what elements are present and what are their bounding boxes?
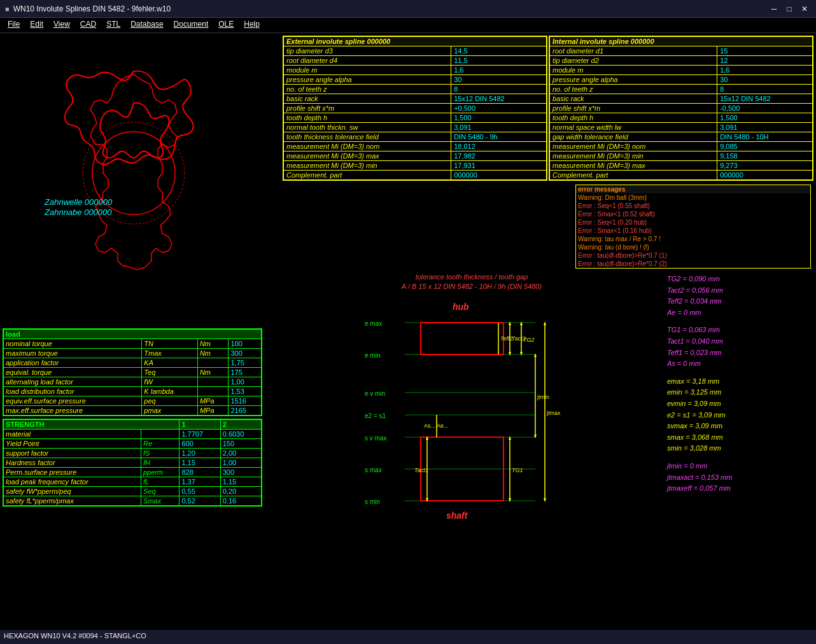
table-row: tip diameter d212: [550, 56, 813, 66]
table-row: measurement Mi (DM=3) min17,931: [284, 161, 547, 171]
error-row: Error : Seq<1 (0.55 shaft): [576, 202, 810, 210]
svg-text:TG2: TG2: [523, 337, 535, 343]
maximize-button[interactable]: □: [783, 4, 796, 14]
rv-group-4: jtmin = 0 mm jtmaxact = 0,153 mm jtmaxef…: [667, 461, 812, 494]
right-section: External involute spline 000000 tip diam…: [280, 33, 816, 630]
minimize-button[interactable]: ─: [768, 4, 780, 14]
row-sym: TN: [142, 339, 198, 349]
rv-line: Teff2 = 0,034 mm: [667, 296, 812, 307]
rv-line: Tact1 = 0,040 mm: [667, 336, 812, 347]
table-row: module m1,6: [284, 66, 547, 75]
svg-text:Teff2: Teff2: [500, 335, 513, 342]
load-distribution-factor-row: load distribution factor K lambda 1,53: [4, 387, 262, 396]
table-row: safety fL*pperm/pmax Smax 0,52 0,16: [4, 496, 262, 506]
titlebar-controls: ─ □ ✕: [768, 4, 811, 14]
table-row: normal tooth thickn. sw3,091: [284, 123, 547, 132]
table-row: measurement Mi (DM=3) min9,158: [550, 151, 813, 161]
rv-line: Teff1 = 0,023 mm: [667, 347, 812, 359]
error-row: Error : Seq<1 (0.20 hub): [576, 218, 810, 227]
svg-text:s v max: s v max: [365, 435, 386, 442]
external-spline-table: External involute spline 000000 tip diam…: [283, 36, 547, 181]
spline-tables: External involute spline 000000 tip diam…: [280, 33, 816, 183]
menubar-item-edit[interactable]: Edit: [26, 20, 47, 31]
svg-text:hub: hub: [453, 302, 469, 312]
app-icon: ■: [5, 5, 10, 13]
table-row: gap width tolerance fieldDIN 5480 - 10H: [550, 132, 813, 142]
svg-text:jtmax: jtmax: [546, 410, 561, 416]
chart-section: tolerance tooth thickness / tooth gap A …: [280, 270, 663, 630]
table-row: Complement. part000000: [550, 171, 813, 180]
error-messages-box: error messages Warning: Dm ball (3mm) Er…: [575, 185, 811, 269]
strength-header-row: STRENGTH 1 2: [4, 420, 262, 430]
menubar: FileEditViewCADSTLDatabaseDocumentOLEHel…: [0, 18, 816, 33]
table-row: nominal torque TN Nm 100: [4, 339, 262, 349]
row-label: nominal torque: [4, 339, 142, 349]
row-unit: Nm: [197, 339, 229, 349]
table-row: no. of teeth z8: [284, 85, 547, 94]
rv-line: jtmaxact = 0,153 mm: [667, 472, 812, 484]
svg-text:e v min: e v min: [365, 390, 385, 397]
close-button[interactable]: ✕: [798, 4, 811, 14]
menubar-item-stl[interactable]: STL: [102, 20, 124, 31]
svg-rect-0: [0, 33, 267, 313]
table-row: profile shift x*m+0,500: [284, 104, 547, 113]
table-row: normal space width lw3,091: [550, 123, 813, 132]
svg-text:Zahnwelle 000000: Zahnwelle 000000: [44, 197, 113, 207]
main-content: Zahnwelle 000000 Zahnnabe 000000 load no…: [0, 33, 816, 630]
statusbar-text: HEXAGON WN10 V4.2 #0094 - STANGL+CO: [4, 632, 146, 640]
table-row: pressure angle alpha30: [284, 75, 547, 85]
internal-spline-table: Internal involute spline 000000 root dia…: [549, 36, 813, 181]
rv-group-3: emax = 3,18 mm emin = 3,125 mm evmin = 3…: [667, 376, 812, 454]
table-row: no. of teeth z8: [550, 85, 813, 94]
rv-line: svmax = 3,09 mm: [667, 421, 812, 432]
table-row: pressure angle alpha30: [550, 75, 813, 85]
ext-header-row: External involute spline 000000: [284, 37, 547, 46]
int-header-row: Internal involute spline 000000: [550, 37, 813, 46]
rv-line: emin = 3,125 mm: [667, 387, 812, 398]
menubar-item-view[interactable]: View: [50, 20, 74, 31]
menubar-item-file[interactable]: File: [4, 20, 24, 31]
table-row: support factor fS 1,20 2,00: [4, 449, 262, 458]
menubar-item-ole[interactable]: OLE: [215, 20, 237, 31]
table-row: material 1.7707 0.6030: [4, 430, 262, 439]
table-row: root diameter d411,5: [284, 56, 547, 66]
middle-area: tolerance tooth thickness / tooth gap A …: [280, 270, 816, 630]
statusbar: HEXAGON WN10 V4.2 #0094 - STANGL+CO: [0, 630, 816, 644]
table-row: measurement Mi (DM=3) nom18,012: [284, 142, 547, 151]
table-row: application factor KA 1,75: [4, 358, 262, 368]
table-row: tip diameter d314,5: [284, 46, 547, 56]
gear-svg: Zahnwelle 000000 Zahnnabe 000000: [0, 33, 267, 313]
error-box-container: error messages Warning: Dm ball (3mm) Er…: [280, 183, 816, 270]
menubar-item-document[interactable]: Document: [170, 20, 213, 31]
rv-line: Tact2 = 0,056 mm: [667, 285, 812, 297]
rv-line: emax = 3,18 mm: [667, 376, 812, 388]
table-row: Perm.surface pressure pperm 828 300: [4, 468, 262, 477]
table-row: load peak frequency factor fL 1,37 1,15: [4, 477, 262, 487]
error-header-row: error messages: [576, 185, 810, 193]
table-row: Hardness factor fH 1,15 1,00: [4, 458, 262, 468]
table-row: tooth thickness tolerance fieldDIN 5480 …: [284, 132, 547, 142]
svg-text:e max: e max: [365, 320, 382, 327]
table-row: root diameter d115: [550, 46, 813, 56]
rv-line: jtmin = 0 mm: [667, 461, 812, 472]
rv-line: Ae = 0 mm: [667, 307, 812, 319]
table-row: tooth depth h1,500: [550, 113, 813, 123]
rv-line: evmin = 3,09 mm: [667, 398, 812, 410]
table-row: profile shift x*m-0,500: [550, 104, 813, 113]
svg-text:Zahnnabe 000000: Zahnnabe 000000: [44, 207, 112, 217]
table-row: basic rack15x12 DIN 5482: [550, 94, 813, 104]
load-table: load nominal torque TN Nm 100 maximum to…: [3, 328, 262, 416]
error-row: Warning: tau max / Re > 0.7 !: [576, 235, 810, 243]
menubar-item-cad[interactable]: CAD: [76, 20, 100, 31]
rv-group-2: TG1 = 0,063 mm Tact1 = 0,040 mm Teff1 = …: [667, 325, 812, 369]
chart-title: tolerance tooth thickness / tooth gap A …: [402, 272, 542, 292]
load-header: load: [4, 330, 262, 339]
rv-line: e2 = s1 = 3,09 mm: [667, 410, 812, 421]
error-row: Error : tau(df-dbore)>Re*0.7 (1): [576, 251, 810, 260]
table-row: measurement Mi (DM=3) max17,982: [284, 151, 547, 161]
svg-text:shaft: shaft: [446, 510, 468, 521]
rv-line: TG1 = 0,063 mm: [667, 325, 812, 336]
menubar-item-help[interactable]: Help: [240, 20, 264, 31]
svg-text:s min: s min: [365, 498, 380, 505]
menubar-item-database[interactable]: Database: [127, 20, 167, 31]
